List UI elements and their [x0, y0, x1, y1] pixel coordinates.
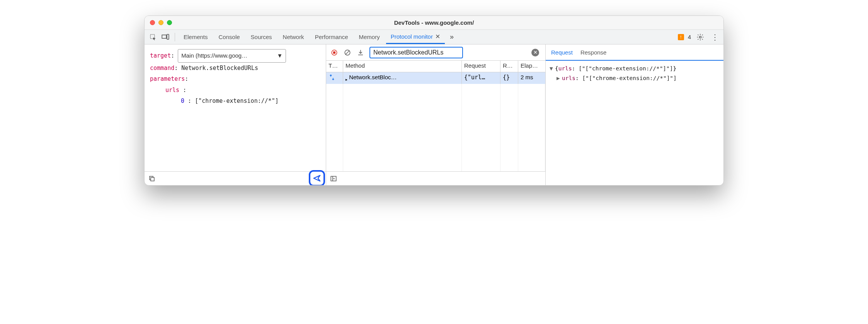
col-type[interactable]: T… — [326, 61, 343, 72]
col-request[interactable]: Request — [462, 61, 500, 72]
svg-line-9 — [345, 50, 350, 55]
target-select[interactable]: Main (https://www.goog… ▼ — [178, 49, 286, 63]
chevron-down-icon: ▼ — [277, 50, 283, 61]
command-label: command — [150, 65, 174, 72]
window-title: DevTools - www.google.com/ — [145, 19, 723, 26]
param-urls-item: 0 : ["chrome-extension://*"] — [150, 95, 320, 107]
details-tab-response[interactable]: Response — [580, 49, 607, 56]
param-key: urls — [165, 87, 179, 94]
svg-rect-7 — [333, 51, 335, 54]
tree-child[interactable]: ▶urls: ["["chrome-extension://*"]"] — [550, 73, 720, 83]
record-button[interactable] — [330, 48, 339, 57]
details-tab-request[interactable]: Request — [551, 49, 573, 56]
device-toolbar-icon[interactable] — [160, 32, 171, 43]
command-value[interactable]: Network.setBlockedURLs — [181, 65, 258, 72]
svg-rect-1 — [162, 35, 166, 38]
log-toolbar: ✕ — [326, 44, 545, 61]
tab-performance[interactable]: Performance — [310, 30, 353, 44]
row-request: {"url… — [462, 72, 500, 84]
protocol-log-panel: ✕ T… Method Request R… Elap… ▸ Network.s… — [326, 44, 546, 185]
details-panel: Request Response ▼{urls: ["["chrome-exte… — [546, 44, 723, 185]
inspect-element-icon[interactable] — [148, 32, 158, 43]
log-header: T… Method Request R… Elap… — [326, 61, 545, 72]
filter-input[interactable] — [369, 47, 463, 58]
target-row: target: Main (https://www.goog… ▼ — [150, 49, 320, 63]
target-label: target — [150, 52, 171, 59]
svg-point-3 — [700, 36, 701, 38]
more-tabs-icon[interactable]: » — [446, 32, 457, 43]
col-response[interactable]: R… — [500, 61, 518, 72]
download-icon[interactable] — [356, 48, 365, 57]
row-elapsed: 2 ms — [518, 72, 545, 84]
svg-rect-2 — [167, 34, 169, 39]
tab-console[interactable]: Console — [214, 30, 245, 44]
param-index: 0 — [181, 97, 184, 104]
parameters-label: parameters — [150, 75, 185, 82]
col-elapsed[interactable]: Elap… — [518, 61, 545, 72]
collapse-arrow-icon[interactable]: ▶ — [557, 73, 562, 83]
tab-protocol-monitor[interactable]: Protocol monitor ✕ — [386, 30, 445, 44]
log-body: ▸ Network.setBloc… {"url… {} 2 ms — [326, 72, 545, 171]
param-value[interactable]: ["chrome-extension://*"] — [195, 97, 279, 104]
tab-memory[interactable]: Memory — [354, 30, 385, 44]
command-editor-panel: target: Main (https://www.goog… ▼ comman… — [145, 44, 326, 185]
row-response: {} — [500, 72, 518, 84]
copy-icon[interactable] — [148, 175, 155, 182]
tree-root[interactable]: ▼{urls: ["["chrome-extension://*"]"]} — [550, 64, 720, 73]
send-command-button[interactable] — [309, 170, 325, 186]
details-tabs: Request Response — [546, 44, 723, 61]
row-method: ▸ Network.setBloc… — [343, 72, 462, 84]
tab-network[interactable]: Network — [278, 30, 309, 44]
tab-elements[interactable]: Elements — [179, 30, 213, 44]
clear-log-icon[interactable] — [343, 48, 352, 57]
expand-arrow-icon[interactable]: ▼ — [550, 64, 555, 73]
command-row: command: Network.setBlockedURLs — [150, 63, 320, 74]
parameters-row: parameters: — [150, 73, 320, 85]
details-body: ▼{urls: ["["chrome-extension://*"]"]} ▶u… — [546, 61, 723, 185]
target-select-value: Main (https://www.goog… — [181, 50, 247, 61]
row-type-icon — [326, 72, 343, 84]
close-tab-icon[interactable]: ✕ — [435, 33, 440, 40]
warning-count[interactable]: 4 — [688, 34, 691, 40]
titlebar: DevTools - www.google.com/ — [145, 16, 723, 30]
left-footer — [145, 171, 326, 185]
warning-badge-icon[interactable]: ! — [678, 34, 684, 40]
svg-rect-5 — [151, 177, 154, 181]
kebab-menu-icon[interactable]: ⋮ — [710, 32, 720, 43]
tab-protocol-monitor-label: Protocol monitor — [391, 33, 433, 40]
col-method[interactable]: Method — [343, 61, 462, 72]
toggle-sidebar-icon[interactable] — [330, 175, 337, 182]
devtools-window: DevTools - www.google.com/ Elements Cons… — [144, 15, 724, 186]
settings-gear-icon[interactable] — [695, 32, 706, 43]
param-urls-row: urls : — [150, 85, 320, 96]
mid-footer — [326, 171, 545, 185]
tab-sources[interactable]: Sources — [246, 30, 277, 44]
main-toolbar: Elements Console Sources Network Perform… — [145, 30, 723, 44]
clear-filter-icon[interactable]: ✕ — [531, 49, 539, 56]
log-row[interactable]: ▸ Network.setBloc… {"url… {} 2 ms — [326, 72, 545, 84]
